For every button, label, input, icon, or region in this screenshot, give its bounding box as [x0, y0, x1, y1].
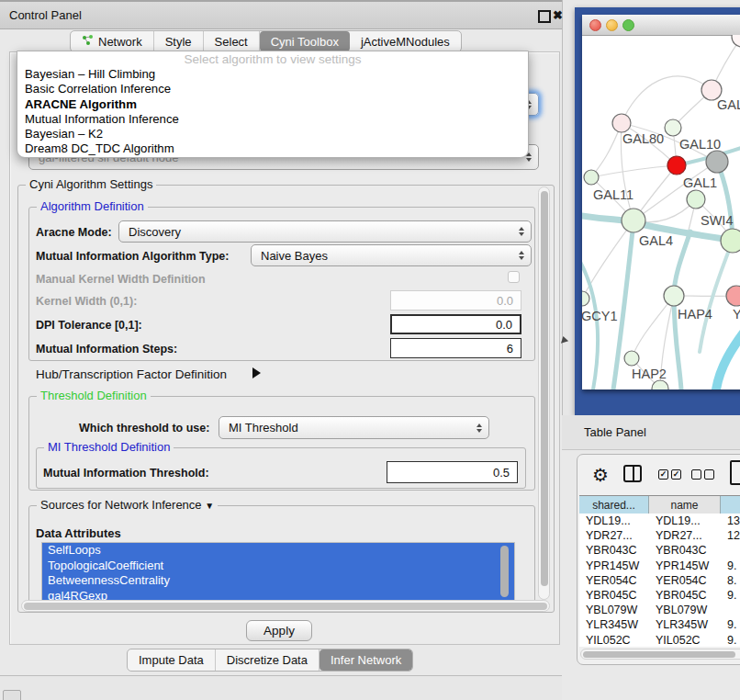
table-cell: YPR145W: [649, 559, 721, 572]
tab-network[interactable]: Network: [71, 31, 154, 51]
mi-threshold-label: Mutual Information Threshold:: [43, 467, 209, 480]
group-title: Algorithm Definition: [37, 199, 148, 213]
network-canvas[interactable]: GALGAL80GAL10GAL11GAL1SWI4GAL4GCY1HAP4YH…: [582, 35, 740, 390]
control-panel-tabbar: NetworkStyleSelectCyni ToolboxjActiveMNo…: [70, 30, 462, 52]
network-node[interactable]: [732, 35, 740, 47]
aracne-mode-combobox[interactable]: Discovery: [118, 220, 532, 243]
tab-cyni-toolbox[interactable]: Cyni Toolbox: [260, 31, 350, 51]
network-node[interactable]: [612, 114, 631, 132]
close-icon[interactable]: ✖: [553, 8, 563, 22]
network-node[interactable]: [622, 209, 645, 232]
table-cell: 9.: [721, 634, 740, 647]
network-edge[interactable]: [716, 325, 740, 390]
table-cell: YLR345W: [649, 618, 721, 631]
table-body[interactable]: YDL19...YDL19...13YDR27...YDR27...12YBR0…: [579, 514, 740, 647]
table-row[interactable]: YBR043CYBR043C: [579, 543, 740, 558]
algorithm-option[interactable]: Bayesian – K2: [17, 127, 528, 141]
minimize-traffic-light-icon[interactable]: [606, 19, 618, 31]
table-row[interactable]: YER054CYER054C8.: [579, 573, 740, 588]
table-row[interactable]: YDR27...YDR27...12: [579, 528, 740, 543]
network-node[interactable]: [624, 351, 639, 366]
table-cell: YBR043C: [649, 544, 721, 557]
algorithm-option[interactable]: Basic Correlation Inference: [17, 82, 528, 96]
settings-horizontal-scrollbar[interactable]: [21, 600, 550, 612]
mi-steps-value: 6: [507, 342, 513, 356]
network-node[interactable]: [706, 151, 728, 173]
network-edge[interactable]: [591, 165, 677, 177]
which-threshold-value: MI Threshold: [229, 421, 298, 435]
node-label: HAP4: [678, 307, 712, 322]
network-node[interactable]: [584, 170, 599, 185]
float-window-icon[interactable]: [538, 10, 551, 23]
mouse-cursor: [561, 336, 569, 345]
split-columns-icon[interactable]: [623, 465, 642, 482]
table-row[interactable]: YDL19...YDL19...13: [579, 514, 740, 528]
table-horizontal-scrollbar[interactable]: [580, 649, 740, 660]
column-header[interactable]: [721, 496, 740, 514]
table-panel-titlebar[interactable]: Table Panel: [562, 415, 740, 450]
data-attributes-list[interactable]: SelfLoopsTopologicalCoefficientBetweenne…: [41, 542, 515, 606]
node-label: GCY1: [582, 309, 618, 323]
table-header-row[interactable]: shared...name: [579, 495, 740, 514]
algorithm-option[interactable]: Mutual Information Inference: [17, 112, 528, 127]
network-node[interactable]: [687, 190, 705, 209]
table-cell: 9.: [721, 559, 740, 572]
table-row[interactable]: YIL052CYIL052C9.: [579, 633, 740, 648]
select-all-columns-icon[interactable]: ✓✓: [658, 469, 681, 480]
zoom-traffic-light-icon[interactable]: [622, 19, 634, 31]
table-row[interactable]: YPR145WYPR145W9.: [579, 559, 740, 573]
list-vertical-scrollbar[interactable]: [500, 546, 509, 597]
network-node[interactable]: [721, 229, 740, 253]
tab-jactivemnodules[interactable]: jActiveMNodules: [350, 31, 461, 51]
algorithm-option[interactable]: Bayesian – Hill Climbing: [17, 67, 528, 82]
settings-vertical-scrollbar[interactable]: [538, 186, 550, 600]
network-node[interactable]: [665, 119, 681, 136]
data-attribute-item[interactable]: BetweennessCentrality: [42, 573, 514, 589]
network-node[interactable]: [667, 156, 686, 175]
kernel-width-input[interactable]: 0.0: [390, 290, 521, 310]
mi-threshold-input[interactable]: 0.5: [387, 461, 518, 483]
apply-button[interactable]: Apply: [246, 620, 312, 641]
network-node[interactable]: [582, 291, 589, 306]
data-attribute-item[interactable]: SelfLoops: [42, 543, 514, 559]
which-threshold-combobox[interactable]: MI Threshold: [219, 416, 489, 439]
node-label: GAL80: [622, 131, 664, 146]
tab-impute-data[interactable]: Impute Data: [128, 649, 216, 671]
column-header[interactable]: shared...: [579, 496, 649, 514]
network-node[interactable]: [652, 380, 668, 390]
mi-steps-label: Mutual Information Steps:: [36, 343, 177, 356]
network-window-titlebar[interactable]: [582, 15, 740, 36]
table-panel-title: Table Panel: [584, 425, 646, 439]
table-row[interactable]: YBL079WYBL079W: [579, 603, 740, 617]
data-attribute-item[interactable]: TopologicalCoefficient: [42, 559, 514, 574]
expand-right-icon[interactable]: [252, 367, 261, 378]
mi-algorithm-type-combobox[interactable]: Naive Bayes: [251, 244, 532, 266]
tab-infer-network[interactable]: Infer Network: [320, 649, 412, 671]
dpi-tolerance-input[interactable]: 0.0: [390, 314, 521, 334]
dpi-tolerance-value: 0.0: [496, 318, 512, 332]
group-title: Threshold Definition: [37, 389, 151, 402]
table-row[interactable]: YLR345WYLR345W9.: [579, 617, 740, 632]
tab-style[interactable]: Style: [154, 31, 204, 51]
algorithm-option[interactable]: ARACNE Algorithm: [17, 97, 528, 112]
network-node[interactable]: [664, 286, 684, 306]
tab-discretize-data[interactable]: Discretize Data: [216, 649, 320, 671]
column-header[interactable]: name: [649, 496, 721, 514]
settings-gear-icon[interactable]: ⚙: [592, 464, 609, 486]
mi-steps-input[interactable]: 6: [390, 338, 521, 358]
table-row[interactable]: YBR045CYBR045C9.: [579, 588, 740, 603]
network-node[interactable]: [726, 286, 740, 306]
algorithm-option[interactable]: Dream8 DC_TDC Algorithm: [17, 141, 528, 156]
manual-kernel-checkbox[interactable]: [508, 271, 520, 283]
document-icon[interactable]: [730, 460, 740, 485]
apply-button-label: Apply: [263, 624, 295, 638]
dpi-tolerance-label: DPI Tolerance [0,1]:: [36, 319, 142, 332]
deselect-all-columns-icon[interactable]: [691, 469, 714, 480]
hub-definition-label[interactable]: Hub/Transcription Factor Definition: [36, 367, 227, 381]
control-panel-titlebar[interactable]: Control Panel ✖: [0, 0, 562, 29]
mi-type-value: Naive Bayes: [261, 249, 328, 263]
collapsed-widget: [3, 690, 21, 700]
close-traffic-light-icon[interactable]: [589, 19, 601, 31]
tab-select[interactable]: Select: [204, 31, 260, 51]
network-edge[interactable]: [622, 76, 712, 123]
